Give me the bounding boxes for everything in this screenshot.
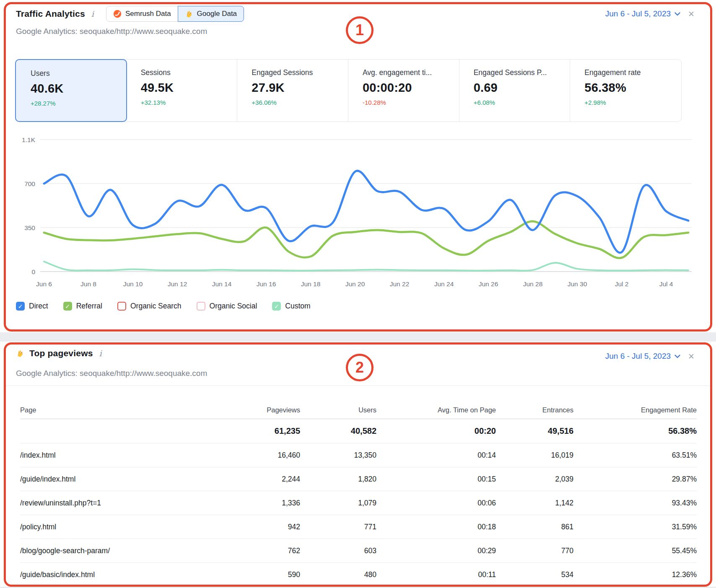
value-cell: 00:14 bbox=[376, 451, 496, 460]
checked-checkbox-icon[interactable]: ✓ bbox=[63, 302, 72, 311]
value-cell: 29.87% bbox=[573, 475, 697, 484]
table-row: /review/uninstall.php?t=11,3361,07900:06… bbox=[20, 491, 697, 515]
metric-cards: Users40.6K+28.27%Sessions49.5K+32.13%Eng… bbox=[15, 59, 682, 122]
panel1-title: Traffic Analytics bbox=[16, 9, 85, 19]
metric-delta: +2.98% bbox=[584, 99, 675, 106]
panel2-close-icon[interactable]: ✕ bbox=[688, 352, 695, 360]
chevron-down-icon bbox=[674, 355, 680, 358]
metric-delta: +6.08% bbox=[474, 99, 564, 106]
checked-checkbox-icon[interactable]: ✓ bbox=[272, 302, 281, 311]
top-pageviews-header: Top pageviews i bbox=[16, 348, 103, 358]
metric-card-users[interactable]: Users40.6K+28.27% bbox=[15, 59, 127, 122]
column-header-users: Users bbox=[300, 406, 376, 414]
value-cell: 2,244 bbox=[200, 475, 300, 484]
legend-item-organic-social[interactable]: Organic Social bbox=[197, 302, 257, 311]
x-tick-label: Jun 18 bbox=[301, 280, 321, 288]
x-tick-label: Jun 22 bbox=[390, 280, 410, 288]
x-tick-label: Jun 12 bbox=[168, 280, 187, 288]
value-cell: 534 bbox=[496, 570, 573, 579]
value-cell: 00:15 bbox=[376, 475, 496, 484]
data-source-toggle: Semrush Data Google Data bbox=[106, 6, 244, 22]
x-tick-label: Jun 28 bbox=[523, 280, 543, 288]
value-cell: 770 bbox=[496, 547, 573, 555]
column-header-avg-time-on-page: Avg. Time on Page bbox=[376, 406, 496, 414]
metric-card-sessions[interactable]: Sessions49.5K+32.13% bbox=[127, 60, 238, 122]
summary-cell: 61,235 bbox=[200, 426, 300, 436]
panel2-title: Top pageviews bbox=[29, 348, 93, 358]
metric-card-avg-engagement-ti[interactable]: Avg. engagement ti...00:00:20-10.28% bbox=[348, 60, 459, 122]
value-cell: 1,142 bbox=[496, 499, 573, 508]
metric-card-engaged-sessions-p[interactable]: Engaged Sessions P...0.69+6.08% bbox=[459, 60, 571, 122]
table-header-row: PagePageviewsUsersAvg. Time on PageEntra… bbox=[20, 401, 697, 419]
y-tick-label: 700 bbox=[24, 180, 35, 187]
semrush-data-button[interactable]: Semrush Data bbox=[106, 6, 178, 22]
annotation-badge-2: 2 bbox=[346, 354, 374, 381]
metric-label: Engaged Sessions bbox=[252, 68, 342, 77]
metric-card-engagement-rate[interactable]: Engagement rate56.38%+2.98% bbox=[570, 60, 681, 122]
panel2-date-range-selector[interactable]: Jun 6 - Jul 5, 2023 bbox=[605, 352, 680, 361]
metric-value: 56.38% bbox=[584, 81, 675, 95]
legend-label: Organic Social bbox=[210, 302, 257, 311]
metric-value: 0.69 bbox=[474, 81, 564, 95]
value-cell: 00:18 bbox=[376, 523, 496, 531]
value-cell: 762 bbox=[200, 547, 300, 555]
unchecked-checkbox-icon[interactable] bbox=[197, 302, 205, 311]
panel1-date-range-selector[interactable]: Jun 6 - Jul 5, 2023 bbox=[605, 9, 680, 18]
page-cell: /review/uninstall.php?t=1 bbox=[20, 499, 200, 508]
value-cell: 1,820 bbox=[300, 475, 376, 484]
page-cell: /guide/index.html bbox=[20, 475, 200, 484]
panel1-date-range: Jun 6 - Jul 5, 2023 bbox=[605, 9, 671, 18]
value-cell: 93.43% bbox=[573, 499, 697, 508]
panel2-date-range: Jun 6 - Jul 5, 2023 bbox=[605, 352, 671, 361]
unchecked-checkbox-icon[interactable] bbox=[117, 302, 126, 311]
google-data-button[interactable]: Google Data bbox=[178, 6, 244, 22]
table-row: /blog/google-search-param/76260300:29770… bbox=[20, 539, 697, 563]
annotation-badge-1: 1 bbox=[346, 16, 374, 44]
legend-item-direct[interactable]: ✓Direct bbox=[16, 302, 48, 311]
top-pageviews-table: PagePageviewsUsersAvg. Time on PageEntra… bbox=[20, 401, 697, 587]
x-tick-label: Jun 16 bbox=[257, 280, 276, 288]
semrush-logo-icon bbox=[113, 10, 122, 18]
x-tick-label: Jun 30 bbox=[568, 280, 587, 288]
x-tick-label: Jun 8 bbox=[80, 280, 96, 288]
x-tick-label: Jun 20 bbox=[345, 280, 365, 288]
traffic-chart: 03507001.1KJun 6Jun 8Jun 10Jun 12Jun 14J… bbox=[0, 126, 716, 298]
summary-cell: 40,582 bbox=[300, 426, 376, 436]
table-row: /policy.html94277100:1886131.59% bbox=[20, 515, 697, 539]
column-header-pageviews: Pageviews bbox=[200, 406, 300, 414]
firebase-flame-icon bbox=[16, 349, 24, 357]
traffic-analytics-header: Traffic Analytics i Semrush Data Google … bbox=[16, 6, 244, 22]
value-cell: 603 bbox=[300, 547, 376, 555]
legend-label: Referral bbox=[76, 302, 102, 311]
panel1-close-icon[interactable]: ✕ bbox=[688, 10, 695, 18]
metric-label: Users bbox=[31, 69, 120, 78]
value-cell: 00:06 bbox=[376, 499, 496, 508]
y-tick-label: 350 bbox=[24, 224, 35, 231]
series-custom-line bbox=[44, 262, 688, 271]
value-cell: 1,336 bbox=[200, 499, 300, 508]
value-cell: 16,460 bbox=[200, 451, 300, 460]
info-icon[interactable]: i bbox=[90, 9, 95, 18]
legend-item-organic-search[interactable]: Organic Search bbox=[117, 302, 182, 311]
summary-cell: 00:20 bbox=[376, 426, 496, 436]
metric-value: 40.6K bbox=[31, 82, 120, 96]
legend-item-custom[interactable]: ✓Custom bbox=[272, 302, 310, 311]
value-cell: 16,019 bbox=[496, 451, 573, 460]
info-icon[interactable]: i bbox=[98, 349, 103, 358]
legend-label: Custom bbox=[285, 302, 310, 311]
metric-card-engaged-sessions[interactable]: Engaged Sessions27.9K+36.06% bbox=[237, 60, 348, 122]
value-cell: 55.45% bbox=[573, 547, 697, 555]
x-tick-label: Jun 24 bbox=[434, 280, 454, 288]
panel-gap bbox=[0, 332, 716, 342]
metric-value: 00:00:20 bbox=[363, 81, 453, 95]
x-tick-label: Jul 2 bbox=[615, 280, 629, 288]
value-cell: 942 bbox=[200, 523, 300, 531]
x-tick-label: Jun 10 bbox=[123, 280, 143, 288]
x-tick-label: Jun 6 bbox=[36, 280, 52, 288]
table-row: /guide/basic/index.html59048000:1153412.… bbox=[20, 563, 697, 587]
checked-checkbox-icon[interactable]: ✓ bbox=[16, 302, 25, 311]
value-cell: 12.36% bbox=[573, 570, 697, 579]
value-cell: 63.51% bbox=[573, 451, 697, 460]
legend-item-referral[interactable]: ✓Referral bbox=[63, 302, 102, 311]
metric-label: Avg. engagement ti... bbox=[363, 68, 453, 77]
